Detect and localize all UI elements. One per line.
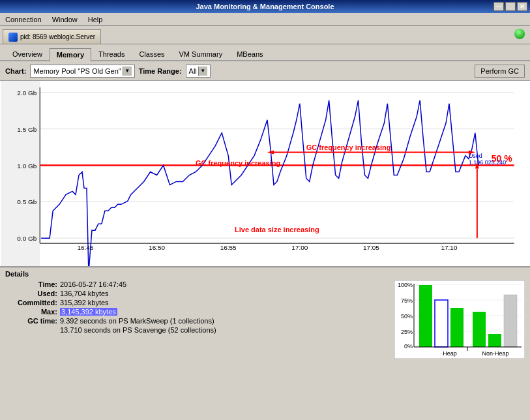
tab-mbeans[interactable]: MBeans xyxy=(229,48,270,60)
perform-gc-button[interactable]: Perform GC xyxy=(475,65,525,78)
window-controls[interactable]: — □ ✕ xyxy=(493,2,527,11)
chart-svg: 2.0 Gb 1.5 Gb 1.0 Gb 0.5 Gb 0.0 Gb 16:45… xyxy=(0,81,530,266)
menu-bar: Connection Window Help xyxy=(0,13,530,26)
svg-text:1.0 Gb: 1.0 Gb xyxy=(17,162,37,170)
svg-text:17:00: 17:00 xyxy=(291,244,308,251)
svg-text:GC frequency increasing: GC frequency increasing xyxy=(306,143,391,151)
menu-connection[interactable]: Connection xyxy=(3,15,44,24)
svg-rect-49 xyxy=(488,334,501,347)
chart-select-value: Memory Pool "PS Old Gen" xyxy=(33,67,121,75)
svg-text:0.0 Gb: 0.0 Gb xyxy=(17,235,37,242)
svg-text:100%: 100% xyxy=(398,282,413,288)
details-header: Details xyxy=(5,270,525,278)
svg-text:25%: 25% xyxy=(401,329,413,335)
connection-status-icon xyxy=(514,29,525,39)
detail-time-value: 2016-05-27 16:47:45 xyxy=(60,280,126,288)
svg-rect-50 xyxy=(504,295,517,347)
svg-text:16:50: 16:50 xyxy=(149,244,165,251)
detail-used-label: Used: xyxy=(5,290,57,297)
svg-text:1.5 Gb: 1.5 Gb xyxy=(17,126,37,133)
details-table: Time: 2016-05-27 16:47:45 Used: 136,704 … xyxy=(5,280,384,360)
svg-text:0%: 0% xyxy=(404,343,413,350)
svg-rect-45 xyxy=(435,300,448,347)
svg-text:1,196,025,240: 1,196,025,240 xyxy=(469,159,506,166)
detail-max-value: 3,145,392 kbytes xyxy=(60,308,117,316)
connection-tab-area: pid: 8569 weblogic.Server xyxy=(0,26,530,44)
tab-vm-summary[interactable]: VM Summary xyxy=(172,48,230,60)
detail-gc-value-2: 13.710 seconds on PS Scavenge (52 collec… xyxy=(60,326,216,334)
connection-tab-label: pid: 8569 weblogic.Server xyxy=(20,33,95,40)
svg-text:16:45: 16:45 xyxy=(78,244,94,251)
detail-gc-time-2: 13.710 seconds on PS Scavenge (52 collec… xyxy=(5,326,384,334)
svg-rect-46 xyxy=(450,308,464,347)
memory-bar-chart-container: 100% 75% 50% 25% 0% Heap xyxy=(394,280,525,360)
detail-time: Time: 2016-05-27 16:47:45 xyxy=(5,280,384,288)
svg-text:Heap: Heap xyxy=(443,350,457,357)
tab-threads[interactable]: Threads xyxy=(91,48,132,60)
detail-committed-value: 315,392 kbytes xyxy=(60,299,109,307)
chart-label: Chart: xyxy=(5,67,26,75)
detail-committed-label: Committed: xyxy=(5,299,57,307)
memory-bar-chart: 100% 75% 50% 25% 0% Heap xyxy=(394,280,525,359)
time-range-label: Time Range: xyxy=(139,67,182,75)
minimize-button[interactable]: — xyxy=(493,2,504,11)
chart-select[interactable]: Memory Pool "PS Old Gen" ▼ xyxy=(30,65,134,78)
svg-text:0.5 Gb: 0.5 Gb xyxy=(17,198,37,205)
detail-max-label: Max: xyxy=(5,308,57,316)
window-title: Java Monitoring & Management Console xyxy=(196,3,334,10)
details-content: Time: 2016-05-27 16:47:45 Used: 136,704 … xyxy=(5,280,525,360)
time-range-arrow[interactable]: ▼ xyxy=(198,67,207,76)
nav-tabs: Overview Memory Threads Classes VM Summa… xyxy=(0,44,530,61)
time-range-select[interactable]: All ▼ xyxy=(186,65,211,78)
svg-text:Non-Heap: Non-Heap xyxy=(482,350,508,357)
svg-text:16:55: 16:55 xyxy=(220,244,237,251)
connection-tab[interactable]: pid: 8569 weblogic.Server xyxy=(3,29,101,44)
chart-toolbar: Chart: Memory Pool "PS Old Gen" ▼ Time R… xyxy=(0,61,530,81)
detail-committed: Committed: 315,392 kbytes xyxy=(5,299,384,307)
detail-gc-value-1: 9.392 seconds on PS MarkSweep (1 collect… xyxy=(60,317,214,325)
detail-time-label: Time: xyxy=(5,280,57,288)
svg-text:2.0 Gb: 2.0 Gb xyxy=(17,89,37,97)
detail-used: Used: 136,704 kbytes xyxy=(5,290,384,297)
svg-text:50%: 50% xyxy=(401,313,413,320)
menu-window[interactable]: Window xyxy=(50,15,80,24)
chart-select-arrow[interactable]: ▼ xyxy=(123,67,132,76)
close-button[interactable]: ✕ xyxy=(517,2,527,11)
title-bar: Java Monitoring & Management Console — □… xyxy=(0,0,530,13)
detail-gc-label: GC time: xyxy=(5,317,57,325)
detail-gc-label-2 xyxy=(5,326,57,334)
svg-text:75%: 75% xyxy=(401,297,413,304)
svg-text:17:05: 17:05 xyxy=(363,244,379,251)
detail-used-value: 136,704 kbytes xyxy=(60,290,109,297)
tab-memory[interactable]: Memory xyxy=(50,48,91,61)
svg-text:17:10: 17:10 xyxy=(441,244,458,251)
restore-button[interactable]: □ xyxy=(505,2,516,11)
detail-max: Max: 3,145,392 kbytes xyxy=(5,308,384,316)
time-range-value: All xyxy=(189,67,197,75)
details-section: Details Time: 2016-05-27 16:47:45 Used: … xyxy=(0,267,530,363)
svg-rect-48 xyxy=(473,312,486,347)
tab-classes[interactable]: Classes xyxy=(132,48,171,60)
chart-area: 2.0 Gb 1.5 Gb 1.0 Gb 0.5 Gb 0.0 Gb 16:45… xyxy=(0,81,530,267)
tab-overview[interactable]: Overview xyxy=(5,48,50,60)
detail-gc-time-1: GC time: 9.392 seconds on PS MarkSweep (… xyxy=(5,317,384,325)
svg-rect-44 xyxy=(419,285,432,347)
menu-help[interactable]: Help xyxy=(85,15,106,24)
connection-icon xyxy=(8,33,18,42)
